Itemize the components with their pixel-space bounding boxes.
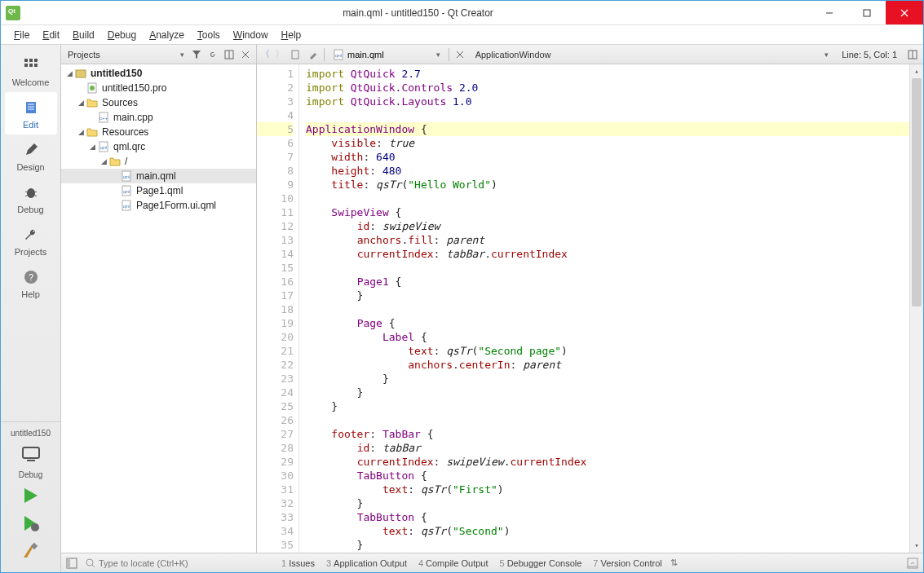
menu-edit[interactable]: Edit [36,27,66,43]
svg-rect-21 [23,447,39,458]
tree-sources-folder[interactable]: ◢ Sources [61,95,256,110]
build-button[interactable] [20,540,42,562]
project-tree[interactable]: ◢ untitled150 untitled150.pro ◢ Sources [61,64,256,553]
mode-welcome[interactable]: Welcome [5,50,57,92]
tree-pro-file[interactable]: untitled150.pro [61,81,256,95]
qt-app-icon [6,6,20,20]
tree-page1-qml[interactable]: qml Page1.qml [61,183,256,198]
tree-project-root[interactable]: ◢ untitled150 [61,66,256,81]
output-pane-debugger-console[interactable]: 5Debugger Console [500,558,582,568]
close-document-icon[interactable] [453,47,467,62]
qt-file-icon [86,82,99,94]
svg-rect-6 [34,59,38,62]
projects-sidebar: Projects ▾ ◢ untitled150 [61,45,257,553]
search-icon [86,558,95,568]
grid-icon [20,55,42,76]
svg-point-51 [86,559,93,566]
output-pane-application-output[interactable]: 3Application Output [326,558,407,568]
toggle-right-sidebar-icon[interactable] [907,558,918,569]
open-file-selector[interactable]: qml main.qml ▾ [328,49,445,60]
qml-file-icon: qml [120,170,133,182]
svg-point-14 [27,188,35,198]
locator[interactable] [86,558,273,568]
tree-qrc-file[interactable]: ◢ qml qml.qrc [61,139,256,154]
line-column-indicator[interactable]: Line: 5, Col: 1 [837,50,902,60]
editor-area: 〈 〉 qml main.qml ▾ [257,45,923,553]
filter-icon[interactable] [189,47,204,62]
mode-design[interactable]: Design [5,134,57,177]
maximize-button[interactable] [848,1,886,24]
output-pane-compile-output[interactable]: 4Compile Output [418,558,489,568]
menu-window[interactable]: Window [227,27,275,43]
link-icon[interactable] [206,47,220,62]
mode-help[interactable]: ? Help [5,262,57,304]
minimize-button[interactable] [811,1,848,24]
menu-build[interactable]: Build [66,27,101,43]
mode-edit[interactable]: Edit [5,92,57,134]
scroll-down-icon[interactable]: ▾ [910,539,923,553]
menu-analyze[interactable]: Analyze [143,27,191,43]
mode-debug[interactable]: Debug [5,177,57,219]
target-selector[interactable] [20,443,42,465]
tree-page1form-qml[interactable]: qml Page1Form.ui.qml [61,198,256,213]
nav-back-button[interactable]: 〈 [260,47,270,61]
menu-debug[interactable]: Debug [101,27,143,43]
menu-file[interactable]: File [7,27,36,43]
svg-text:qml: qml [100,145,107,150]
split-icon[interactable] [222,47,237,62]
locator-input[interactable] [99,558,245,568]
svg-rect-22 [27,460,35,461]
svg-rect-8 [29,64,33,67]
target-project-label: untitled150 [11,429,51,438]
svg-rect-29 [76,70,86,77]
svg-rect-1 [864,10,870,16]
svg-text:qml: qml [123,174,130,179]
pane-selector-icon[interactable]: ⇅ [670,558,678,568]
writable-icon[interactable] [306,47,321,62]
split-editor-icon[interactable] [905,47,920,62]
qt-creator-window: main.qml - untitled150 - Qt Creator File… [0,0,924,573]
menu-tools[interactable]: Tools [191,27,227,43]
debug-run-button[interactable] [20,512,42,535]
tree-main-cpp[interactable]: c++ main.cpp [61,110,256,125]
menubar: File Edit Build Debug Analyze Tools Wind… [1,25,923,45]
symbol-selector[interactable]: ApplicationWindow ▾ [471,50,834,60]
svg-text:qml: qml [123,189,130,194]
tree-slash-folder[interactable]: ◢ / [61,154,256,169]
output-pane-issues[interactable]: 1Issues [281,558,315,568]
scrollbar-thumb[interactable] [912,78,922,306]
folder-icon [86,126,99,138]
scroll-up-icon[interactable]: ▴ [910,64,923,78]
vertical-scrollbar[interactable]: ▴ ▾ [909,64,923,553]
output-pane-version-control[interactable]: 7Version Control [593,558,661,568]
nav-forward-button[interactable]: 〉 [275,47,285,61]
document-icon [20,97,42,118]
mode-bar: Welcome Edit Design Debug [1,45,61,572]
qml-file-icon: qml [120,185,133,196]
svg-rect-5 [29,59,33,62]
svg-point-23 [31,523,39,531]
svg-line-17 [25,195,28,196]
qml-file-icon: qml [120,200,133,211]
wrench-icon [20,224,42,245]
sidebar-view-selector[interactable]: Projects ▾ [64,50,188,60]
tree-resources-folder[interactable]: ◢ Resources [61,125,256,139]
svg-text:c++: c++ [99,116,108,121]
code-editor[interactable]: 1234◢5678910◢1112131415◢161718◢19◢202122… [257,64,923,553]
titlebar: main.qml - untitled150 - Qt Creator [1,1,923,25]
svg-rect-10 [26,102,36,113]
svg-line-52 [92,565,95,567]
cpp-file-icon: c++ [97,112,110,123]
bug-icon [20,182,42,203]
folder-icon [108,156,122,167]
close-sidebar-icon[interactable] [238,47,253,62]
bookmark-icon[interactable] [288,47,303,62]
svg-text:?: ? [28,272,33,282]
bottom-bar: 1Issues3Application Output4Compile Outpu… [61,553,923,572]
run-button[interactable] [20,484,42,507]
close-button[interactable] [886,1,923,24]
mode-projects[interactable]: Projects [5,219,57,262]
toggle-sidebar-icon[interactable] [66,558,77,569]
menu-help[interactable]: Help [275,27,308,43]
tree-main-qml[interactable]: qml main.qml [61,169,256,183]
